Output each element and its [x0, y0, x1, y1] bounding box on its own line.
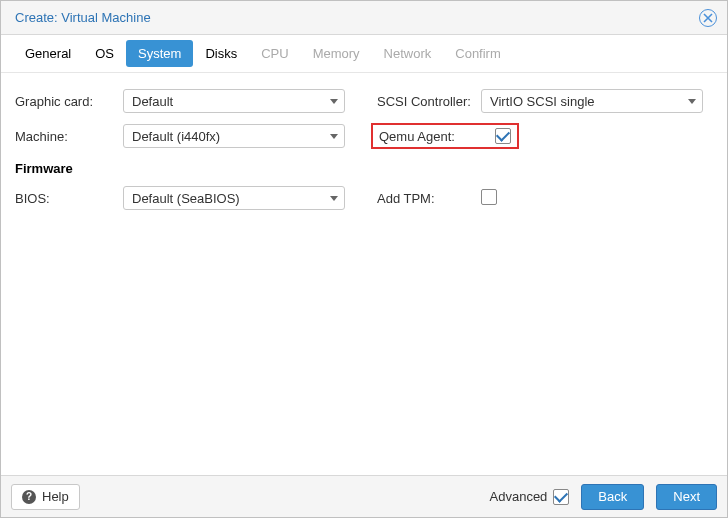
- select-machine-value: Default (i440fx): [132, 129, 220, 144]
- titlebar: Create: Virtual Machine: [1, 1, 727, 35]
- chevron-down-icon: [330, 196, 338, 201]
- label-machine: Machine:: [15, 129, 123, 144]
- select-graphic-card[interactable]: Default: [123, 89, 345, 113]
- chevron-down-icon: [330, 134, 338, 139]
- label-graphic-card: Graphic card:: [15, 94, 123, 109]
- help-icon: ?: [22, 490, 36, 504]
- label-scsi-controller: SCSI Controller:: [377, 94, 481, 109]
- next-button[interactable]: Next: [656, 484, 717, 510]
- label-bios: BIOS:: [15, 191, 123, 206]
- wizard-tabs: General OS System Disks CPU Memory Netwo…: [1, 35, 727, 73]
- dialog-create-vm: Create: Virtual Machine General OS Syste…: [0, 0, 728, 518]
- checkbox-add-tpm[interactable]: [481, 189, 497, 205]
- next-label: Next: [673, 489, 700, 504]
- close-icon[interactable]: [699, 9, 717, 27]
- help-label: Help: [42, 489, 69, 504]
- back-button[interactable]: Back: [581, 484, 644, 510]
- help-button[interactable]: ? Help: [11, 484, 80, 510]
- select-scsi-controller-value: VirtIO SCSI single: [490, 94, 595, 109]
- tab-disks[interactable]: Disks: [193, 40, 249, 67]
- tab-confirm: Confirm: [443, 40, 513, 67]
- window-title: Create: Virtual Machine: [15, 10, 151, 25]
- footer: ? Help Advanced Back Next: [1, 475, 727, 517]
- tab-memory: Memory: [301, 40, 372, 67]
- select-graphic-card-value: Default: [132, 94, 173, 109]
- tab-cpu: CPU: [249, 40, 300, 67]
- advanced-label: Advanced: [490, 489, 548, 504]
- label-add-tpm: Add TPM:: [377, 191, 481, 206]
- select-scsi-controller[interactable]: VirtIO SCSI single: [481, 89, 703, 113]
- tab-network: Network: [372, 40, 444, 67]
- qemu-agent-highlight: Qemu Agent:: [371, 123, 519, 149]
- select-bios-value: Default (SeaBIOS): [132, 191, 240, 206]
- tab-system[interactable]: System: [126, 40, 193, 67]
- advanced-toggle[interactable]: Advanced: [490, 489, 570, 505]
- section-firmware: Firmware: [15, 161, 713, 176]
- form-body: Graphic card: Default SCSI Controller: V…: [1, 73, 727, 475]
- tab-os[interactable]: OS: [83, 40, 126, 67]
- select-bios[interactable]: Default (SeaBIOS): [123, 186, 345, 210]
- select-machine[interactable]: Default (i440fx): [123, 124, 345, 148]
- chevron-down-icon: [330, 99, 338, 104]
- label-qemu-agent: Qemu Agent:: [379, 129, 471, 144]
- chevron-down-icon: [688, 99, 696, 104]
- tab-general[interactable]: General: [13, 40, 83, 67]
- back-label: Back: [598, 489, 627, 504]
- checkbox-advanced[interactable]: [553, 489, 569, 505]
- checkbox-qemu-agent[interactable]: [495, 128, 511, 144]
